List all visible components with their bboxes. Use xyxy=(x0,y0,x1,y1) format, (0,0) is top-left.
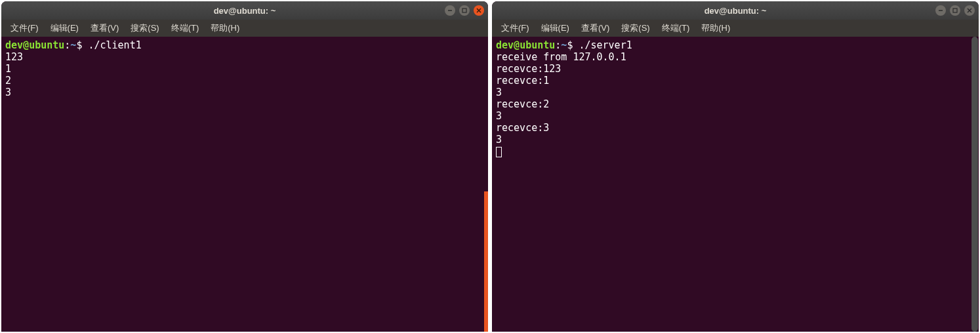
maximize-button[interactable] xyxy=(459,5,470,16)
menu-file[interactable]: 文件(F) xyxy=(5,21,44,35)
prompt-at: @ xyxy=(23,39,29,51)
terminal-body[interactable]: dev@ubuntu:~$ ./client1 123 1 2 3 xyxy=(1,37,488,332)
close-button[interactable] xyxy=(964,5,975,16)
window-title: dev@ubuntu: ~ xyxy=(214,6,276,16)
close-button[interactable] xyxy=(474,5,484,16)
menu-help[interactable]: 帮助(H) xyxy=(205,21,245,35)
output-line: 3 xyxy=(496,87,975,98)
svg-rect-5 xyxy=(953,9,957,12)
minimize-button[interactable] xyxy=(935,5,946,16)
maximize-button[interactable] xyxy=(950,5,960,16)
prompt-colon: : xyxy=(555,39,561,51)
menu-view[interactable]: 查看(V) xyxy=(576,21,615,35)
menu-edit[interactable]: 编辑(E) xyxy=(45,21,84,35)
output-line: recevce:3 xyxy=(496,122,975,134)
output-line: 3 xyxy=(5,87,484,98)
terminal-window-right: dev@ubuntu: ~ 文件(F) 编辑(E) 查看(V) 搜索(S) 终端… xyxy=(492,1,979,332)
output-line: 3 xyxy=(496,110,975,122)
menu-help[interactable]: 帮助(H) xyxy=(696,21,735,35)
prompt-user: dev xyxy=(496,39,514,51)
output-line: recevce:2 xyxy=(496,98,975,110)
menubar: 文件(F) 编辑(E) 查看(V) 搜索(S) 终端(T) 帮助(H) xyxy=(1,20,488,37)
output-line: 123 xyxy=(5,51,484,63)
terminal-cursor xyxy=(496,147,502,157)
terminal-window-left: dev@ubuntu: ~ 文件(F) 编辑(E) 查看(V) 搜索(S) 终端… xyxy=(1,1,488,332)
output-line: recevce:1 xyxy=(496,75,975,87)
prompt-host: ubuntu xyxy=(520,39,555,51)
scrollbar-thumb[interactable] xyxy=(971,37,978,332)
window-controls xyxy=(935,5,975,16)
output-line: recevce:123 xyxy=(496,63,975,75)
prompt-colon: : xyxy=(64,39,70,51)
active-window-indicator xyxy=(484,191,488,332)
prompt-line: dev@ubuntu:~$ ./server1 xyxy=(496,39,975,51)
menu-edit[interactable]: 编辑(E) xyxy=(536,21,575,35)
window-controls xyxy=(445,5,484,16)
command-text: ./client1 xyxy=(82,39,141,51)
prompt-line: dev@ubuntu:~$ ./client1 xyxy=(5,39,484,51)
minimize-button[interactable] xyxy=(445,5,455,16)
scrollbar[interactable] xyxy=(971,37,979,332)
prompt-host: ubuntu xyxy=(29,39,64,51)
titlebar[interactable]: dev@ubuntu: ~ xyxy=(1,1,488,20)
menu-terminal[interactable]: 终端(T) xyxy=(657,21,695,35)
menu-view[interactable]: 查看(V) xyxy=(85,21,124,35)
prompt-at: @ xyxy=(514,39,520,51)
menubar: 文件(F) 编辑(E) 查看(V) 搜索(S) 终端(T) 帮助(H) xyxy=(492,20,979,37)
menu-search[interactable]: 搜索(S) xyxy=(616,21,655,35)
cursor-line xyxy=(496,146,975,157)
output-line: 1 xyxy=(5,63,484,75)
prompt-user: dev xyxy=(5,39,23,51)
svg-rect-1 xyxy=(462,9,466,12)
output-line: 3 xyxy=(496,134,975,146)
menu-terminal[interactable]: 终端(T) xyxy=(166,21,205,35)
titlebar[interactable]: dev@ubuntu: ~ xyxy=(492,1,979,20)
menu-file[interactable]: 文件(F) xyxy=(496,21,535,35)
command-text: ./server1 xyxy=(573,39,632,51)
terminal-body[interactable]: dev@ubuntu:~$ ./server1 receive from 127… xyxy=(492,37,979,332)
output-line: 2 xyxy=(5,75,484,87)
menu-search[interactable]: 搜索(S) xyxy=(125,21,164,35)
window-title: dev@ubuntu: ~ xyxy=(704,6,767,16)
output-line: receive from 127.0.0.1 xyxy=(496,51,975,63)
